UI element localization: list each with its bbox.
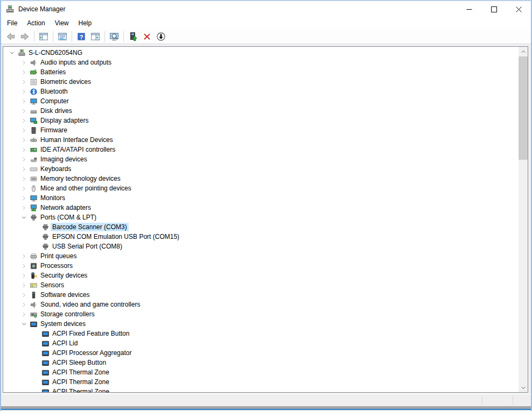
chevron-right-icon[interactable] <box>19 271 29 280</box>
tree-item-print-queues[interactable]: Print queues <box>3 251 519 261</box>
scrollbar-thumb[interactable] <box>519 56 528 160</box>
tree-item-storage-controllers[interactable]: Storage controllers <box>3 309 519 319</box>
chevron-right-icon[interactable] <box>19 164 29 174</box>
tree-item-memory-technology-devices[interactable]: Memory technology devices <box>3 174 519 183</box>
tree-item-acpi-lid[interactable]: ACPI Lid <box>3 338 519 348</box>
scan-for-hardware-changes-button[interactable] <box>108 30 121 43</box>
tree-item-keyboards[interactable]: Keyboards <box>3 164 519 174</box>
tree-item-epson-com-emulation-usb-port-com15[interactable]: EPSON COM Emulation USB Port (COM15) <box>3 232 519 242</box>
tree-item-ports-com-lpt[interactable]: Ports (COM & LPT) <box>3 212 519 222</box>
tree-item-sound-video-and-game-controllers[interactable]: Sound, video and game controllers <box>3 300 519 309</box>
chevron-right-icon[interactable] <box>19 261 29 271</box>
update-driver-button[interactable] <box>127 30 139 43</box>
tree-item-system-devices[interactable]: System devices <box>3 319 519 329</box>
titlebar[interactable]: Device Manager <box>1 1 531 17</box>
show-hide-console-tree-button[interactable] <box>37 30 50 43</box>
uninstall-device-button[interactable] <box>141 30 153 43</box>
chevron-right-icon[interactable] <box>19 290 29 300</box>
chevron-down-icon[interactable] <box>19 319 29 329</box>
scroll-down-button[interactable] <box>519 383 528 392</box>
tree-item-label: Storage controllers <box>39 310 96 318</box>
maximize-button[interactable] <box>481 1 506 17</box>
tree-item-monitors[interactable]: Monitors <box>3 193 519 203</box>
menu-help[interactable]: Help <box>74 18 97 29</box>
update-driver-icon <box>128 32 138 41</box>
chevron-right-icon[interactable] <box>19 145 29 154</box>
tree-item-barcode-scanner-com3[interactable]: Barcode Scanner (COM3) <box>3 222 519 232</box>
chevron-down-icon[interactable] <box>8 48 17 58</box>
chevron-right-icon[interactable] <box>19 300 29 309</box>
statusbar-separator <box>482 395 482 405</box>
disable-device-button[interactable] <box>155 30 167 43</box>
tree-item-s-l-cnd62054ng[interactable]: S-L-CND62054NG <box>3 48 519 58</box>
tree-item-acpi-sleep-button[interactable]: ACPI Sleep Button <box>3 358 519 367</box>
tree-item-security-devices[interactable]: Security devices <box>3 271 519 280</box>
tree-item-biometric-devices[interactable]: Biometric devices <box>3 77 519 87</box>
tree-item-acpi-thermal-zone[interactable]: ACPI Thermal Zone <box>3 387 519 392</box>
tree-item-bluetooth[interactable]: Bluetooth <box>3 87 519 96</box>
chevron-right-icon[interactable] <box>19 203 29 212</box>
chevron-right-icon[interactable] <box>19 154 29 164</box>
tree-item-imaging-devices[interactable]: Imaging devices <box>3 154 519 164</box>
chevron-right-icon[interactable] <box>19 116 29 125</box>
maximize-icon <box>491 6 497 12</box>
chevron-down-icon[interactable] <box>19 212 29 222</box>
tree-item-audio-inputs-and-outputs[interactable]: Audio inputs and outputs <box>3 58 519 67</box>
chevron-right-icon[interactable] <box>19 125 29 135</box>
forward-button[interactable] <box>18 30 31 43</box>
chevron-right-icon[interactable] <box>19 135 29 145</box>
chevron-right-icon[interactable] <box>19 77 29 87</box>
help-button[interactable]: ? <box>75 30 88 43</box>
software-icon <box>29 290 38 300</box>
chevron-right-icon[interactable] <box>19 280 29 290</box>
tree-item-network-adapters[interactable]: Network adapters <box>3 203 519 212</box>
vertical-scrollbar[interactable] <box>519 47 528 392</box>
device-manager-window: Device Manager FileActionViewHelp ? S-L-… <box>0 0 532 411</box>
chevron-right-icon[interactable] <box>19 96 29 106</box>
show-hide-action-pane-button[interactable] <box>89 30 102 43</box>
scrollbar-track[interactable] <box>519 56 528 383</box>
tree-item-acpi-thermal-zone[interactable]: ACPI Thermal Zone <box>3 367 519 377</box>
tree-item-display-adapters[interactable]: Display adapters <box>3 116 519 125</box>
chevron-right-icon[interactable] <box>19 309 29 319</box>
chevron-right-icon[interactable] <box>19 251 29 261</box>
tree-item-label: USB Serial Port (COM8) <box>51 242 124 251</box>
chevron-right-icon[interactable] <box>19 174 29 183</box>
menu-file[interactable]: File <box>2 18 22 29</box>
back-arrow-icon <box>6 32 16 41</box>
tree-item-firmware[interactable]: Firmware <box>3 125 519 135</box>
minimize-button[interactable] <box>457 1 481 17</box>
tree-item-label: ACPI Lid <box>51 339 79 348</box>
tree-item-acpi-processor-aggregator[interactable]: ACPI Processor Aggregator <box>3 348 519 358</box>
tree-item-label: ACPI Thermal Zone <box>51 378 111 386</box>
menu-action[interactable]: Action <box>22 18 50 29</box>
back-button[interactable] <box>4 30 17 43</box>
chevron-right-icon[interactable] <box>19 67 29 77</box>
tree-item-processors[interactable]: Processors <box>3 261 519 271</box>
chevron-right-icon[interactable] <box>19 87 29 96</box>
sensor-icon <box>29 280 38 290</box>
computer-icon <box>29 96 38 106</box>
tree-item-label: Display adapters <box>39 116 90 125</box>
chevron-right-icon[interactable] <box>19 106 29 116</box>
tree-item-label: Computer <box>39 97 71 105</box>
tree-item-disk-drives[interactable]: Disk drives <box>3 106 519 116</box>
chevron-right-icon[interactable] <box>19 193 29 203</box>
tree-item-batteries[interactable]: Batteries <box>3 67 519 77</box>
tree-item-mice-and-other-pointing-devices[interactable]: Mice and other pointing devices <box>3 183 519 193</box>
properties-button[interactable] <box>56 30 69 43</box>
tree-item-computer[interactable]: Computer <box>3 96 519 106</box>
tree-item-human-interface-devices[interactable]: Human Interface Devices <box>3 135 519 145</box>
tree-indent-spacer <box>31 367 40 377</box>
chevron-right-icon[interactable] <box>19 183 29 193</box>
tree-item-sensors[interactable]: Sensors <box>3 280 519 290</box>
close-button[interactable] <box>506 1 531 17</box>
tree-item-software-devices[interactable]: Software devices <box>3 290 519 300</box>
tree-item-acpi-fixed-feature-button[interactable]: ACPI Fixed Feature Button <box>3 329 519 338</box>
tree-item-acpi-thermal-zone[interactable]: ACPI Thermal Zone <box>3 377 519 387</box>
menu-view[interactable]: View <box>50 18 74 29</box>
scroll-up-button[interactable] <box>519 47 528 56</box>
chevron-right-icon[interactable] <box>19 58 29 67</box>
tree-item-usb-serial-port-com8[interactable]: USB Serial Port (COM8) <box>3 242 519 251</box>
tree-item-ide-ata-atapi-controllers[interactable]: IDE ATA/ATAPI controllers <box>3 145 519 154</box>
